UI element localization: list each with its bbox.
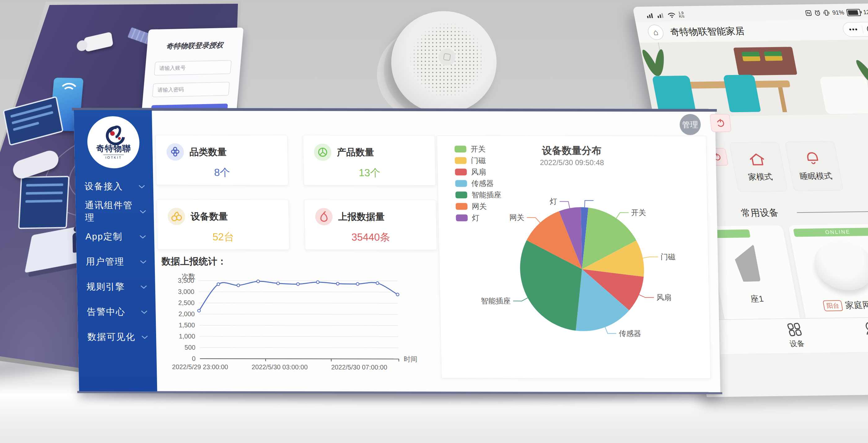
gateway-device-image bbox=[810, 240, 868, 291]
device-name-row: 阳台 家庭网关 bbox=[802, 298, 868, 312]
device-distribution-card: 设备数量分布 2022/5/30 09:50:48 开关 门磁 风扇 传感器 智… bbox=[437, 135, 711, 379]
scene-card-home-mode[interactable]: 家模式 bbox=[729, 142, 788, 192]
logo: 奇特物聯 IOTKIT bbox=[87, 116, 140, 168]
chevron-down-icon bbox=[141, 335, 149, 340]
sidebar: 奇特物聯 IOTKIT 设备接入 通讯组件管理 App定制 用户管理 bbox=[74, 110, 157, 391]
manage-badge[interactable]: 管理 bbox=[680, 114, 701, 135]
stat-value: 8个 bbox=[156, 165, 288, 180]
sidebar-item-user-mgmt[interactable]: 用户管理 bbox=[76, 249, 155, 274]
screen-bar bbox=[13, 122, 39, 131]
nfc-icon bbox=[805, 10, 812, 16]
stat-label: 产品数量 bbox=[337, 146, 374, 159]
svg-text:500: 500 bbox=[184, 344, 195, 351]
legend-label: 开关 bbox=[470, 144, 486, 154]
socket-image bbox=[732, 245, 761, 282]
smart-gateway-speaker bbox=[386, 9, 497, 116]
svg-text:次数: 次数 bbox=[182, 273, 195, 280]
signal-icon bbox=[656, 12, 666, 18]
legend-swatch bbox=[455, 157, 467, 164]
sidebar-item-alert-center[interactable]: 告警中心 bbox=[78, 299, 156, 324]
user-icon bbox=[862, 322, 868, 336]
chevron-down-icon bbox=[138, 184, 146, 189]
scene-card-label: 睡眠模式 bbox=[799, 170, 833, 182]
tab-devices[interactable]: 设备 bbox=[785, 322, 805, 349]
logo-red-dot bbox=[110, 131, 115, 136]
grapes-icon bbox=[166, 144, 184, 161]
chevron-down-icon bbox=[139, 209, 147, 214]
scene-card-sleep-mode[interactable]: 睡眠模式 bbox=[785, 141, 843, 191]
sidebar-item-app-custom[interactable]: App定制 bbox=[76, 224, 155, 249]
power-button[interactable] bbox=[710, 114, 732, 132]
legend-swatch bbox=[456, 214, 467, 221]
stat-label: 品类数量 bbox=[189, 146, 227, 158]
signal-icon bbox=[646, 12, 655, 18]
chevron-down-icon bbox=[140, 310, 148, 314]
svg-text:时间: 时间 bbox=[404, 355, 417, 363]
capsule-menu: ••• bbox=[841, 22, 868, 37]
stat-value: 35440条 bbox=[305, 230, 436, 245]
app-title: 奇特物联智能家居 bbox=[669, 25, 746, 38]
svg-text:传感器: 传感器 bbox=[619, 329, 641, 338]
svg-text:网关: 网关 bbox=[509, 213, 524, 222]
password-input[interactable] bbox=[152, 82, 229, 97]
svg-text:3,000: 3,000 bbox=[178, 288, 194, 295]
report-line-chart: 05001,0001,5002,0002,5003,0003,5002022/5… bbox=[167, 272, 421, 377]
legend-label: 灯 bbox=[472, 213, 479, 223]
leaf bbox=[654, 48, 665, 77]
screen-bar bbox=[10, 104, 52, 118]
cherry-icon bbox=[167, 208, 185, 225]
battery-percent: 91% bbox=[832, 9, 845, 17]
account-input[interactable] bbox=[154, 60, 231, 75]
house-icon bbox=[747, 152, 767, 167]
legend-item[interactable]: 门磁 bbox=[455, 155, 501, 166]
wall-cabinet bbox=[733, 47, 797, 75]
svg-text:2,000: 2,000 bbox=[179, 310, 195, 318]
monitor-illustration bbox=[18, 176, 70, 229]
sidebar-item-device-access[interactable]: 设备接入 bbox=[75, 174, 154, 199]
stat-label: 上报数据量 bbox=[338, 210, 385, 223]
svg-text:2022/5/30 03:00:00: 2022/5/30 03:00:00 bbox=[252, 363, 308, 371]
tab-label: 设备 bbox=[789, 339, 805, 349]
monitor-illustration bbox=[3, 96, 64, 146]
sidebar-item-data-visual[interactable]: 数据可见化 bbox=[78, 324, 156, 349]
clock-time: 12:08 bbox=[863, 9, 868, 16]
svg-text:2022/5/30 07:00:00: 2022/5/30 07:00:00 bbox=[331, 363, 387, 371]
login-title: 奇特物联登录授权 bbox=[156, 40, 233, 51]
admin-dashboard: 奇特物聯 IOTKIT 设备接入 通讯组件管理 App定制 用户管理 bbox=[74, 110, 720, 392]
svg-text:2022/5/29 23:00:00: 2022/5/29 23:00:00 bbox=[172, 363, 228, 371]
tab-profile[interactable]: 我 bbox=[862, 322, 868, 348]
legend-label: 门磁 bbox=[471, 156, 486, 165]
logo-mark-icon bbox=[104, 125, 122, 141]
device-pie-chart: 开关门磁风扇传感器智能插座网关灯 bbox=[484, 167, 686, 365]
close-capsule-button[interactable] bbox=[866, 25, 868, 33]
scene-card-label: 家模式 bbox=[747, 171, 773, 183]
power-icon bbox=[715, 118, 726, 128]
lime-icon bbox=[314, 144, 332, 161]
device-name: 家庭网关 bbox=[844, 299, 868, 311]
sidebar-menu: 设备接入 通讯组件管理 App定制 用户管理 规则引擎 bbox=[75, 174, 156, 349]
speed-unit: K/s bbox=[679, 15, 685, 18]
sidebar-item-rule-engine[interactable]: 规则引擎 bbox=[77, 274, 156, 299]
chevron-down-icon bbox=[140, 284, 148, 289]
logo-red-dot bbox=[118, 137, 121, 140]
pear-icon bbox=[315, 208, 333, 225]
svg-text:智能插座: 智能插座 bbox=[481, 296, 511, 305]
more-menu-button[interactable]: ••• bbox=[848, 25, 863, 34]
sidebar-item-label: 用户管理 bbox=[86, 256, 125, 268]
home-icon: ⌂ bbox=[652, 28, 659, 37]
home-button[interactable]: ⌂ bbox=[647, 25, 665, 40]
login-panel: 奇特物联登录授权 登录 bbox=[141, 28, 244, 118]
svg-text:1,500: 1,500 bbox=[179, 322, 195, 329]
status-ribbon: ONLINE bbox=[793, 228, 868, 237]
sidebar-item-comm-components[interactable]: 通讯组件管理 bbox=[75, 199, 154, 224]
plant bbox=[640, 49, 681, 99]
svg-text:门磁: 门磁 bbox=[660, 252, 676, 261]
legend-swatch bbox=[455, 191, 467, 198]
chevron-down-icon bbox=[139, 234, 147, 239]
wifi-icon bbox=[667, 12, 676, 18]
network-speed: 1.9 K/s bbox=[678, 11, 685, 18]
sidebar-item-label: 设备接入 bbox=[84, 180, 123, 193]
legend-item[interactable]: 开关 bbox=[455, 143, 501, 155]
home-banner-photo bbox=[640, 39, 868, 117]
stat-card-categories: 品类数量 8个 bbox=[156, 135, 288, 185]
